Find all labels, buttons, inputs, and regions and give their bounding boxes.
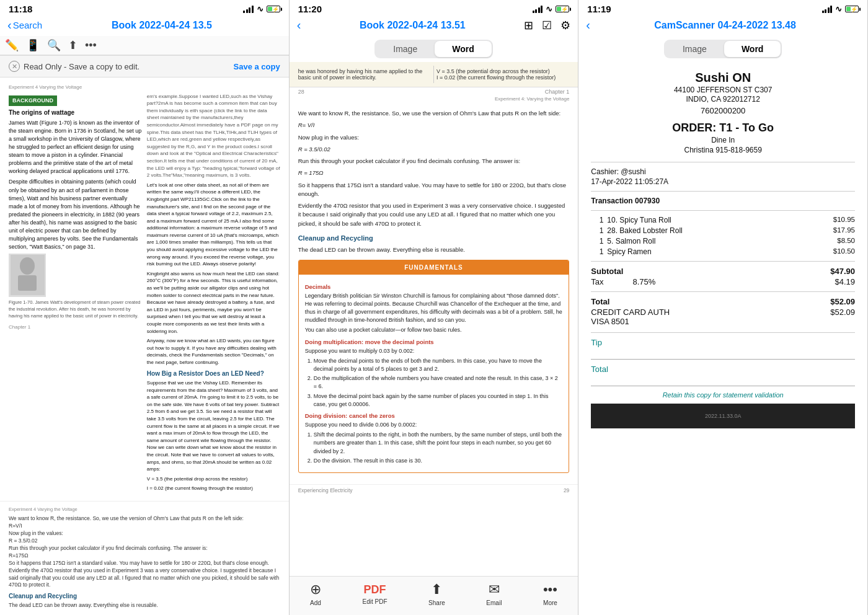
chapter-label-2: Chapter 1 [545,89,570,95]
segment-word-3[interactable]: Word [724,41,781,57]
anyway-para: Anyway, now we know what an LED wants, y… [147,337,280,366]
cleanup-text-1: The dead LED can be thrown away. Everyth… [9,602,280,609]
date-info: 17-Apr-2022 11:05:27A [591,177,855,186]
doc-content-area-1: Experiment 4 Varying the Voltage BACKGRO… [0,77,289,615]
item-2: 1 28. Baked Lobster Roll $17.95 [591,226,855,235]
grid-icon[interactable]: ⊞ [524,19,533,32]
segment-image-3[interactable]: Image [665,41,724,57]
fund-mult-heading: Doing multiplication: move the decimal p… [305,338,563,347]
item-4-name: Spicy Ramen [607,247,833,256]
time-1: 11:18 [9,4,32,14]
receipt-content: Sushi ON 44100 JEFFERSON ST C307 INDIO, … [578,62,867,437]
retain-text: Retain this copy for statement validatio… [591,391,855,399]
eq2-p2b: R = 3.5/0.02 [298,145,570,154]
segment-control-2: Image Word [290,36,578,62]
battery-icon-1: ⚡ [267,6,280,12]
share-icon[interactable]: ⬆ [68,38,78,52]
fundamentals-box: FUNDAMENTALS Decimals Legendary British … [298,260,570,473]
more-button[interactable]: ••• More [543,582,557,606]
eq2-panel1: I = 0.02 (the current flowing through th… [147,485,280,492]
resistor-para: Suppose that we use the Vishay LED. Reme… [147,379,280,473]
phone-icon[interactable]: 📱 [26,38,40,52]
eq1-panel1: V = 3.5 (the potential drop across the r… [147,476,280,483]
eq2-p2: I = 0.02 (the current flowing through th… [436,74,569,81]
order-title: ORDER: T1 - To Go [591,122,855,135]
edit-pdf-label: Edit PDF [363,598,388,605]
back-button-1[interactable]: ‹ Search [7,18,42,32]
segment-word-2[interactable]: Word [435,41,492,57]
chapter-num: 28 [298,89,304,95]
battery-icon-3: ⚡ [845,6,859,12]
email-label: Email [486,600,502,606]
readonly-banner: ✕ Read Only - Save a copy to edit. Save … [0,55,289,77]
fund-div-step-2: Do the division. The result in this case… [314,457,563,465]
doc-content-area-2: he was honored by having his name applie… [290,62,578,576]
background-header: BACKGROUND [9,95,57,106]
add-button[interactable]: ⊕ Add [310,582,321,606]
wifi-icon-2: ∿ [546,4,552,14]
subtotal-amount: $47.90 [830,267,855,276]
chapter-label-1: Chapter 1 [9,324,30,330]
item-2-qty: 1 [591,226,603,235]
restaurant-phone: 7602000200 [591,106,855,115]
email-button[interactable]: ✉ Email [486,582,502,606]
readonly-text: Read Only - Save a copy to edit. [24,62,140,71]
time-3: 11:19 [587,4,611,14]
receipt-items: 1 10. Spicy Tuna Roll $10.95 1 28. Baked… [591,216,855,256]
fund-intro: Legendary British politician Sir Winston… [305,292,563,324]
share-button[interactable]: ⬆ Share [428,582,445,606]
credit-row: CREDIT CARD AUTHVISA 8501 $52.09 [591,308,855,326]
pencil-icon[interactable]: ✏️ [5,38,19,52]
nav-title-1: Book 2022-04-24 13.5 [42,20,281,31]
status-icons-3: ∿ ⚡ [822,4,859,14]
status-icons-1: ∿ ⚡ [243,4,280,14]
svg-point-1 [20,257,35,275]
segment-control-3: Image Word [578,36,867,62]
svg-rect-2 [18,275,37,291]
image-equation-area: he was honored by having his name applie… [290,62,578,87]
equation-area: V = 3.5 (the potential drop across the r… [433,66,572,83]
gear-icon[interactable]: ⚙ [560,19,570,32]
back-button-3[interactable]: ‹ [586,18,590,32]
pdf-icon: PDF [364,583,386,596]
intro-p2: We want to know R, the resistance. So, w… [298,109,570,118]
tax-row: Tax 8.75% $4.19 [591,277,855,286]
item-2-name: 28. Baked Lobster Roll [607,226,833,235]
item-1: 1 10. Spicy Tuna Roll $10.95 [591,216,855,224]
fund-step-3: Move the decimal point back again by the… [314,392,563,409]
total-row: Total $52.09 [591,297,855,306]
check-icon[interactable]: ☑ [542,19,552,32]
credit-label: CREDIT CARD AUTHVISA 8501 [591,308,670,326]
fund-div-steps: Shift the decimal points to the right, i… [305,431,563,464]
nav-bar-3: ‹ CamScanner 04-24-2022 13.48 [578,15,867,36]
status-icons-2: ∿ ⚡ [533,4,570,14]
share-label: Share [428,600,445,606]
divider-4 [591,261,855,262]
dismiss-icon[interactable]: ✕ [9,61,20,72]
cashier-info: Cashier: @sushi [591,167,855,176]
figure-caption: Figure 1-70. James Watt's development of… [9,299,142,320]
edit-pdf-button[interactable]: PDF Edit PDF [363,583,388,605]
item-4: 1 Spicy Ramen $10.50 [591,247,855,256]
cleanup-text-2: The dead LED can be thrown away. Everyth… [298,246,570,254]
tax-label: Tax 8.75% [591,277,655,286]
nav-title-3: CamScanner 04-24-2022 13.48 [590,20,860,31]
restaurant-name: Sushi ON [591,71,855,85]
bottom-toolbar-2: ⊕ Add PDF Edit PDF ⬆ Share ✉ Email ••• M… [290,576,578,615]
total2-label: Total [591,365,855,374]
para3-p2: Evidently the 470Ω resistor that you use… [298,201,570,228]
transaction-info: Transaction 007930 [591,197,855,205]
tip-section: Tip Total Retain this copy for statement… [591,332,855,399]
doc-page-2: We want to know R, the resistance. So, w… [290,103,578,484]
more-icon[interactable]: ••• [85,39,97,52]
signal-icon-1 [243,6,254,13]
save-copy-button[interactable]: Save a copy [234,62,280,71]
segment-image-2[interactable]: Image [376,41,435,57]
big-resistor-para-head: em's example.Suppose I wanted LED,such a… [147,93,280,179]
search-icon[interactable]: 🔍 [47,38,61,52]
eq2-intro: Now plug in the values: [298,133,570,142]
fund-div-intro: Suppose you need to divide 0.006 by 0.00… [305,421,563,429]
back-button-2[interactable]: ‹ [297,18,301,32]
fund-div-step-1: Shift the decimal points to the right, i… [314,431,563,455]
item-3-name: 5. Salmon Roll [607,237,837,246]
